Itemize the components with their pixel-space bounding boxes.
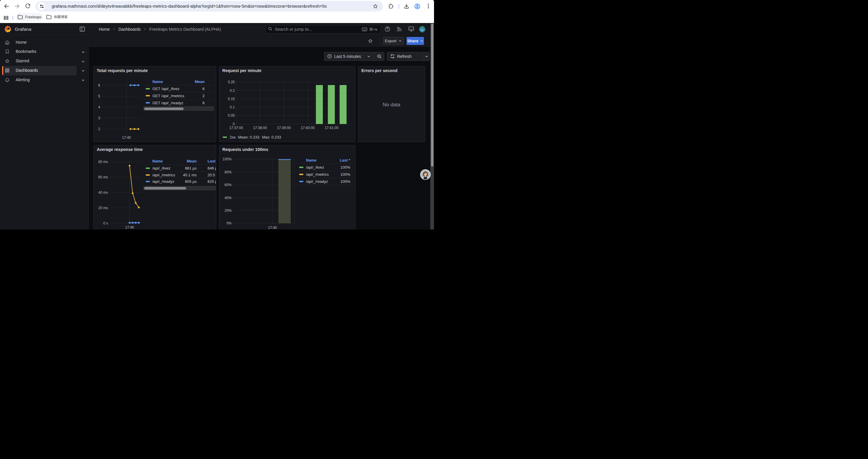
- extensions-icon[interactable]: [388, 3, 394, 10]
- sidebar-item-alerting[interactable]: Alerting: [0, 75, 89, 85]
- chevron-down-icon: [420, 39, 423, 42]
- legend-series-name[interactable]: 2xx: [230, 135, 236, 139]
- topnav: Home Dashboards Freeleaps Metrics Dashbo…: [89, 23, 434, 35]
- menu-kebab-icon[interactable]: [426, 3, 431, 10]
- search-placeholder: Search or jump to...: [275, 27, 362, 32]
- downloads-icon[interactable]: [404, 3, 409, 10]
- bar: [316, 85, 323, 124]
- legend-series-swatch[interactable]: [146, 88, 150, 90]
- refresh-label: Refresh: [397, 54, 411, 59]
- apps-grid-icon[interactable]: [4, 15, 8, 21]
- legend-series-swatch[interactable]: [146, 167, 150, 169]
- legend-series-name[interactable]: GET /api/_/livez: [152, 87, 180, 91]
- refresh-interval-caret[interactable]: [424, 52, 429, 61]
- panel-request-per-minute[interactable]: Request per minute 0.250.20.150.10.05017…: [219, 66, 355, 142]
- legend-header-name[interactable]: Name: [306, 158, 316, 162]
- legend-series-name[interactable]: /api/_/readyz: [152, 179, 174, 184]
- star-icon: [5, 59, 9, 63]
- help-icon[interactable]: [385, 23, 390, 35]
- legend-series-swatch[interactable]: [146, 95, 150, 96]
- bookmark-folder-blogs[interactable]: [46, 13, 68, 21]
- floating-profile-avatar[interactable]: [420, 169, 431, 180]
- series-point: [137, 128, 139, 130]
- refresh-button[interactable]: Refresh: [387, 52, 424, 61]
- user-avatar[interactable]: [419, 26, 426, 32]
- legend-header[interactable]: Last *: [208, 159, 216, 163]
- url-text[interactable]: grafana.mathmast.com/d/deytv4rwavabkb/fr…: [52, 1, 371, 11]
- legend-series-name[interactable]: /api/_/livez: [152, 166, 170, 170]
- menu-item-highlight: [2, 66, 77, 75]
- collapse-sidebar-icon[interactable]: [79, 26, 85, 33]
- legend-value: 6: [203, 87, 205, 91]
- rss-icon[interactable]: [397, 23, 402, 35]
- legend-header[interactable]: Last *: [340, 158, 350, 162]
- legend-series-name[interactable]: /api/_/livez: [306, 165, 324, 169]
- search-input[interactable]: Search or jump to... ⌘+k: [265, 25, 381, 34]
- profile-icon[interactable]: [414, 3, 421, 11]
- bar: [328, 85, 335, 124]
- main-area: Home Dashboards Freeleaps Metrics Dashbo…: [89, 23, 434, 230]
- y-axis-tick-label: 60%: [224, 183, 231, 187]
- y-axis-tick-label: 0 s: [103, 221, 108, 225]
- url-bar[interactable]: grafana.mathmast.com/d/deytv4rwavabkb/fr…: [35, 1, 383, 11]
- sidebar-item-dashboards[interactable]: Dashboards: [0, 66, 89, 75]
- legend-header-name[interactable]: Name: [152, 79, 163, 84]
- sidebar-item-starred[interactable]: Starred: [0, 57, 89, 66]
- scrollbar-thumb[interactable]: [431, 24, 433, 167]
- chevron-down-icon[interactable]: [81, 59, 85, 65]
- legend-value: 605 µs: [185, 179, 197, 184]
- back-icon[interactable]: [4, 3, 9, 10]
- breadcrumb-home[interactable]: Home: [99, 27, 110, 32]
- monitor-icon[interactable]: [408, 23, 414, 35]
- legend-header[interactable]: Mean: [187, 159, 196, 163]
- legend-series-swatch[interactable]: [223, 136, 227, 138]
- series-point: [132, 192, 133, 194]
- site-settings-icon[interactable]: [38, 2, 45, 10]
- share-caret-button[interactable]: [419, 37, 424, 45]
- bookmark-folder-freeleaps[interactable]: Freeleaps: [18, 13, 42, 21]
- legend-series-name[interactable]: GET /api/_/readyz: [152, 100, 183, 105]
- panel-total-requests-per-minute[interactable]: Total requests per minute 6543217:40Name…: [93, 66, 216, 142]
- favorite-star-icon[interactable]: [368, 39, 373, 44]
- keyboard-icon: [362, 28, 367, 31]
- y-axis-tick-label: 0.15: [228, 97, 235, 101]
- legend-scrollbar-thumb[interactable]: [144, 187, 186, 190]
- series-point: [129, 165, 131, 167]
- panel-average-response-time[interactable]: Average response time 80 ms60 ms40 ms20 …: [93, 145, 216, 230]
- legend-series-name[interactable]: /api/_/metrics: [152, 173, 176, 177]
- grafana-logo[interactable]: [4, 25, 11, 34]
- time-range-button[interactable]: Last 5 minutes: [324, 52, 374, 61]
- forward-icon[interactable]: [14, 3, 20, 10]
- legend-series-swatch[interactable]: [146, 181, 150, 182]
- legend-series-swatch[interactable]: [299, 174, 304, 175]
- legend-header[interactable]: Mean: [195, 79, 205, 84]
- legend-series-swatch[interactable]: [146, 174, 150, 176]
- bookmark-star-icon[interactable]: [373, 4, 378, 10]
- search-icon: [268, 27, 272, 32]
- export-button[interactable]: Export: [383, 37, 404, 45]
- toolbar-separator: [399, 4, 399, 9]
- chevron-down-icon[interactable]: [81, 68, 85, 74]
- share-button[interactable]: Share: [406, 37, 420, 45]
- legend-scrollbar-thumb[interactable]: [144, 107, 184, 110]
- y-axis-tick-label: 40%: [224, 196, 231, 200]
- panel-errors-per-second[interactable]: Errors per second No data: [358, 66, 426, 142]
- legend-series-swatch[interactable]: [299, 167, 304, 168]
- legend-series-name[interactable]: /api/_/metrics: [306, 172, 329, 177]
- legend-series-name[interactable]: /api/_/readyz: [306, 179, 328, 184]
- chevron-right-icon: [113, 28, 116, 31]
- legend-series-swatch[interactable]: [299, 181, 304, 182]
- sidebar-item-home[interactable]: Home: [0, 38, 89, 47]
- chevron-down-icon[interactable]: [81, 78, 85, 83]
- legend-header-name[interactable]: Name: [152, 159, 163, 163]
- reload-icon[interactable]: [25, 3, 31, 10]
- zoom-out-button[interactable]: [374, 52, 384, 61]
- chevron-down-icon[interactable]: [81, 50, 85, 55]
- sidebar-item-bookmarks[interactable]: Bookmarks: [0, 47, 89, 57]
- y-axis-tick-label: 2: [98, 127, 100, 131]
- legend-series-swatch[interactable]: [146, 102, 150, 103]
- panel-requests-under-100ms[interactable]: Requests under 100ms 100%80%60%40%20%0%1…: [219, 145, 355, 230]
- sidebar: Grafana Home Bookm: [0, 23, 89, 230]
- breadcrumb-dashboards[interactable]: Dashboards: [119, 27, 141, 32]
- legend-series-name[interactable]: GET /api/_/metrics: [152, 93, 184, 98]
